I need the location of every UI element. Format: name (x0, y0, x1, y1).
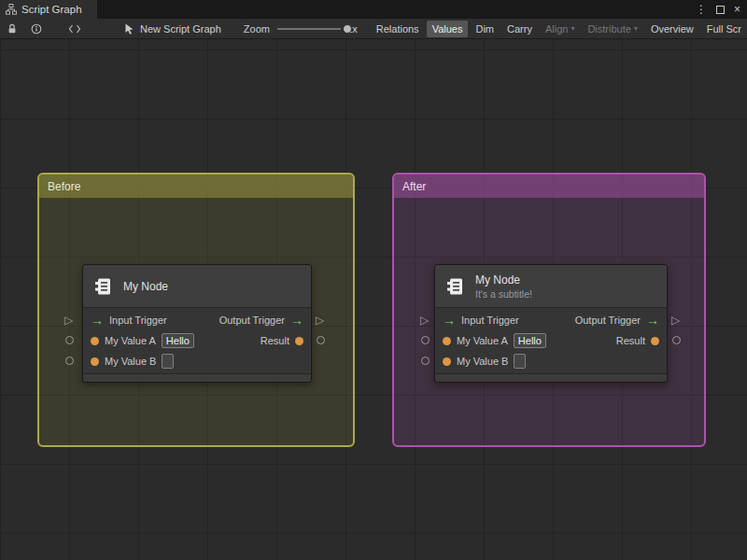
flow-input-icon[interactable]: → (443, 314, 456, 327)
port-label: Output Trigger (219, 315, 285, 326)
node-title: My Node (475, 273, 532, 287)
flow-output-icon[interactable]: → (290, 314, 303, 327)
unit-icon (92, 275, 115, 298)
maximize-icon[interactable] (716, 6, 725, 14)
port-label: My Value B (457, 356, 508, 367)
value-b-field[interactable] (162, 354, 174, 369)
external-value-port[interactable] (672, 336, 681, 344)
port-label: Result (261, 335, 289, 346)
chevron-down-icon: ▾ (571, 24, 574, 33)
close-icon[interactable]: × (734, 4, 740, 15)
overview-button[interactable]: Overview (645, 21, 699, 37)
graph-canvas[interactable]: Before After My Node (0, 39, 747, 560)
value-b-port[interactable]: My Value B (443, 354, 526, 369)
group-title: Before (48, 180, 80, 193)
graph-toolbar: New Script Graph Zoom 1x Relations Value… (0, 19, 747, 39)
value-a-field[interactable]: Hello (514, 333, 546, 348)
distribute-button[interactable]: Distribute ▾ (582, 21, 642, 37)
node-header[interactable]: My Node (83, 265, 311, 308)
zoom-slider-knob[interactable] (343, 24, 352, 34)
external-flow-output-port[interactable]: ▷ (671, 315, 680, 326)
node-footer (83, 373, 311, 382)
group-before-header[interactable]: Before (39, 175, 353, 198)
values-button[interactable]: Values (427, 21, 469, 37)
external-value-port[interactable] (65, 357, 74, 365)
value-input-icon[interactable] (443, 337, 451, 345)
dim-button[interactable]: Dim (470, 21, 500, 37)
port-row: My Value B (83, 351, 311, 371)
output-trigger-port[interactable]: Output Trigger → (219, 314, 303, 327)
port-label: Output Trigger (575, 315, 641, 326)
node-my-node-after[interactable]: My Node It's a subtitle! → Input Trigger… (434, 264, 668, 383)
align-button[interactable]: Align ▾ (540, 21, 580, 37)
value-output-icon[interactable] (651, 337, 659, 345)
distribute-label: Distribute (587, 23, 630, 35)
result-port[interactable]: Result (261, 335, 303, 346)
node-header[interactable]: My Node It's a subtitle! (435, 265, 667, 308)
node-subtitle: It's a subtitle! (475, 288, 532, 300)
external-flow-input-port[interactable]: ▷ (64, 315, 73, 326)
value-a-field[interactable]: Hello (162, 333, 194, 348)
info-icon[interactable] (31, 23, 42, 35)
port-row: My Value B (435, 351, 667, 371)
window-controls: ⋮ × (696, 0, 747, 19)
node-footer (435, 373, 667, 382)
group-title: After (402, 180, 426, 193)
output-trigger-port[interactable]: Output Trigger → (575, 314, 659, 327)
port-label: My Value A (457, 335, 508, 346)
zoom-label: Zoom (244, 23, 270, 35)
node-ports: → Input Trigger Output Trigger → My Valu… (435, 308, 667, 373)
script-graph-window: Script Graph ⋮ × (0, 0, 747, 560)
port-row: My Value A Hello Result (83, 330, 311, 351)
group-after-header[interactable]: After (394, 175, 704, 198)
port-row: → Input Trigger Output Trigger → (83, 310, 311, 330)
graph-tab-icon (6, 4, 17, 15)
graph-name-label: New Script Graph (140, 23, 221, 35)
external-value-port[interactable] (65, 336, 74, 344)
align-label: Align (545, 23, 568, 35)
external-value-port[interactable] (421, 357, 430, 365)
value-output-icon[interactable] (295, 337, 303, 345)
external-value-port[interactable] (317, 336, 325, 344)
graph-pointer-icon (124, 23, 134, 35)
external-value-port[interactable] (421, 336, 430, 344)
port-row: My Value A Hello Result (435, 330, 667, 351)
value-a-port[interactable]: My Value A Hello (91, 333, 194, 348)
input-trigger-port[interactable]: → Input Trigger (443, 314, 519, 327)
port-label: Result (616, 335, 645, 346)
port-label: My Value A (105, 335, 156, 346)
flow-output-icon[interactable]: → (646, 314, 659, 327)
port-label: Input Trigger (461, 315, 519, 326)
flow-input-icon[interactable]: → (91, 314, 104, 327)
code-view-icon[interactable] (68, 24, 81, 34)
menu-icon[interactable]: ⋮ (696, 4, 707, 15)
result-port[interactable]: Result (616, 335, 659, 346)
zoom-slider[interactable] (277, 23, 341, 35)
unit-icon (444, 275, 467, 298)
value-input-icon[interactable] (443, 357, 451, 366)
carry-button[interactable]: Carry (501, 21, 538, 37)
lock-icon[interactable] (7, 23, 18, 35)
port-row: → Input Trigger Output Trigger → (435, 310, 667, 330)
port-label: Input Trigger (109, 315, 167, 326)
value-input-icon[interactable] (91, 337, 99, 345)
tab-title: Script Graph (21, 4, 82, 15)
zoom-slider-track (277, 28, 341, 30)
value-b-field[interactable] (514, 354, 526, 369)
node-my-node-before[interactable]: My Node → Input Trigger Output Trigger → (82, 264, 312, 383)
external-flow-input-port[interactable]: ▷ (420, 315, 429, 326)
external-flow-output-port[interactable]: ▷ (316, 315, 324, 326)
port-label: My Value B (105, 356, 156, 367)
value-input-icon[interactable] (91, 357, 99, 366)
chevron-down-icon: ▾ (634, 24, 638, 33)
fullscreen-button[interactable]: Full Scr (701, 21, 747, 37)
node-ports: → Input Trigger Output Trigger → My Valu… (83, 308, 311, 373)
tab-script-graph[interactable]: Script Graph (0, 0, 97, 19)
tab-bar: Script Graph ⋮ × (0, 0, 747, 19)
node-title: My Node (123, 280, 168, 293)
relations-button[interactable]: Relations (371, 21, 425, 37)
input-trigger-port[interactable]: → Input Trigger (91, 314, 167, 327)
value-a-port[interactable]: My Value A Hello (443, 333, 546, 348)
value-b-port[interactable]: My Value B (91, 354, 174, 369)
